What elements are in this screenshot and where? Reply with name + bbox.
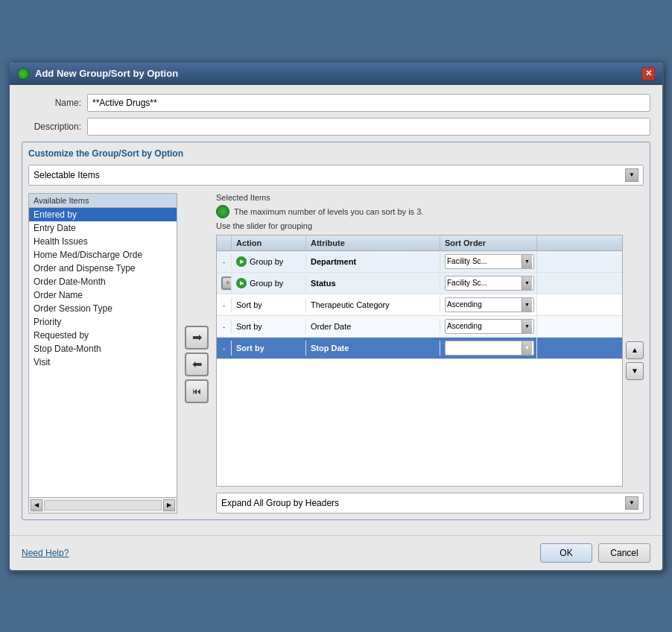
center-buttons: ➡ ⬅ ⏮ [185,193,209,514]
name-row: Name: [22,94,650,112]
expand-all-arrow: ▼ [625,496,638,510]
sort-select-text: Facility Sc... [447,279,522,287]
horizontal-scrollbar[interactable]: ◀ ▶ [29,497,177,513]
group-icon: ▶ [236,278,247,288]
sort-select[interactable]: Ascending ▼ [445,297,534,312]
right-buttons: ▲ ▼ [626,235,644,487]
title-bar: Add New Group/Sort by Option ✕ [10,63,662,85]
slider-handle[interactable]: ≡ [221,276,232,290]
col-header-sort-order: Sort Order [440,236,537,250]
table-row[interactable]: - Sort by Order Date Ascending ▼ [217,316,622,338]
sort-arrow: ▼ [522,298,532,312]
action-label: Sort by [236,344,264,353]
list-item[interactable]: Stop Date-Month [29,342,177,356]
dialog-icon [17,68,29,80]
description-row: Description: [22,118,650,136]
list-item[interactable]: Entry Date [29,221,177,235]
move-down-button[interactable]: ▼ [626,362,644,380]
row-sort-order: Facility Sc... ▼ [440,251,537,272]
sort-select[interactable]: Facility Sc... ▼ [445,276,534,291]
sort-arrow: ▼ [522,341,532,355]
slider-msg: Use the slider for grouping [216,221,644,230]
footer: Need Help? OK Cancel [10,535,662,570]
available-panel: Available Items Entered by Entry Date He… [28,193,177,514]
list-item[interactable]: Priority [29,315,177,329]
expand-all-dropdown[interactable]: Expand All Group by Headers ▼ [216,493,644,514]
sort-select[interactable]: Facility Sc... ▼ [445,254,534,269]
scroll-left-btn[interactable]: ◀ [31,499,42,511]
row-attribute: Status [306,276,440,291]
row-action: Sort by [232,297,306,312]
dialog-body: Name: Description: Customize the Group/S… [10,85,662,535]
info-row: The maximum number of levels you can sor… [216,205,644,218]
row-attribute: Order Date [306,319,440,334]
table-row[interactable]: - Sort by Stop Date Ascending ▼ [217,338,622,359]
row-attribute: Department [306,254,440,269]
row-sort-order: Facility Sc... ▼ [440,273,537,294]
name-label: Name: [22,98,81,108]
dialog-title: Add New Group/Sort by Option [35,68,178,79]
move-first-button[interactable]: ⏮ [185,379,209,403]
col-header-attribute: Attribute [306,236,440,250]
help-link[interactable]: Need Help? [22,548,69,558]
footer-buttons: OK Cancel [540,543,650,563]
customize-label: Customize the Group/Sort by Option [28,148,644,159]
expand-all-label: Expand All Group by Headers [221,498,339,508]
list-item[interactable]: Visit [29,356,177,369]
selected-header: Selected Items [216,193,644,202]
list-item[interactable]: Order and Dispense Type [29,262,177,275]
selectable-items-label: Selectable Items [34,170,100,180]
name-input[interactable] [87,94,650,112]
cancel-button[interactable]: Cancel [598,543,650,563]
selected-panel: Selected Items The maximum number of lev… [216,193,644,514]
sort-arrow: ▼ [522,276,532,290]
list-item[interactable]: Requested by [29,329,177,342]
list-item[interactable]: Order Session Type [29,302,177,315]
grid-header: Action Attribute Sort Order [217,236,622,251]
row-action: ▶ Group by [232,275,306,291]
description-input[interactable] [87,118,650,136]
sort-arrow: ▼ [522,255,532,268]
action-label: Sort by [236,322,262,331]
sort-select-text: Ascending [447,322,522,330]
table-row[interactable]: - ▶ Group by Department Facility Sc... [217,251,622,273]
list-item[interactable]: Health Issues [29,235,177,248]
sort-select[interactable]: Ascending ▼ [445,319,534,334]
main-dialog: Add New Group/Sort by Option ✕ Name: Des… [8,61,664,572]
table-row[interactable]: ≡ ▶ Group by Status Facility Sc... [217,273,622,294]
sort-select[interactable]: Ascending ▼ [445,341,534,356]
description-label: Description: [22,121,81,132]
row-sort-order: Ascending ▼ [440,338,537,358]
bottom-area: Expand All Group by Headers ▼ [216,493,644,514]
sort-select-text: Facility Sc... [447,257,522,265]
scroll-right-btn[interactable]: ▶ [163,499,175,511]
selectable-items-arrow: ▼ [625,168,638,182]
row-sort-order: Ascending ▼ [440,316,537,337]
list-item[interactable]: Home Med/Discharge Orde [29,248,177,262]
action-label: Group by [250,279,283,288]
row-dash: ≡ [217,274,232,293]
ok-button[interactable]: OK [540,543,592,563]
available-header: Available Items [29,194,177,208]
row-dash: - [217,297,232,312]
row-action: Sort by [232,319,306,334]
info-icon [216,205,229,218]
columns-area: Available Items Entered by Entry Date He… [28,193,644,514]
move-right-button[interactable]: ➡ [185,326,209,350]
action-label: Group by [250,257,283,266]
row-action: ▶ Group by [232,253,306,270]
row-action: Sort by [232,341,306,356]
list-item[interactable]: Order Name [29,288,177,302]
sort-arrow: ▼ [522,320,532,333]
move-left-button[interactable]: ⬅ [185,353,209,376]
close-button[interactable]: ✕ [641,67,655,80]
move-up-button[interactable]: ▲ [626,341,644,359]
col-header-action: Action [232,236,306,250]
table-row[interactable]: - Sort by Therapeutic Category Ascending… [217,294,622,316]
list-item[interactable]: Entered by [29,208,177,221]
list-item[interactable]: Order Date-Month [29,275,177,288]
group-icon: ▶ [236,256,247,267]
selectable-items-dropdown[interactable]: Selectable Items ▼ [28,165,644,186]
row-sort-order: Ascending ▼ [440,294,537,315]
row-dash: - [217,254,232,269]
